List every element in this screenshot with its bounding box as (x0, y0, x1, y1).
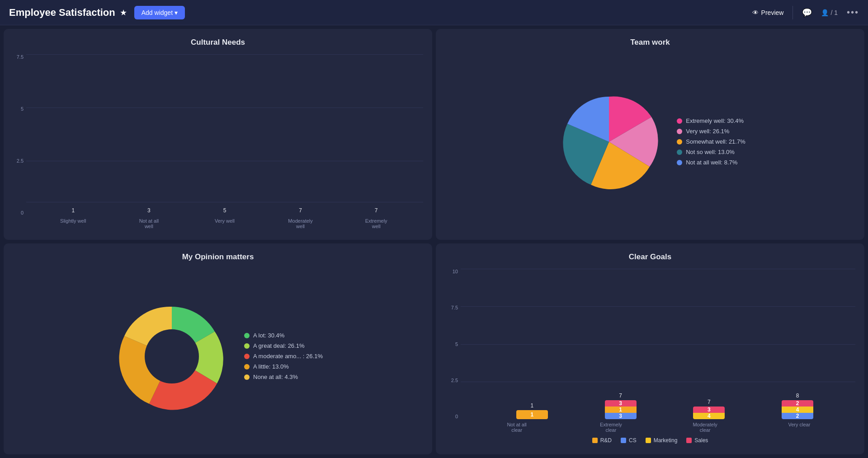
cg-x-not: Not at all clear (501, 420, 533, 433)
bar-moderately-clear: 7 4 3 (693, 399, 725, 419)
bar-value-5: 5 (223, 207, 226, 214)
donut-hole (145, 329, 199, 383)
bar-total-8: 8 (796, 393, 799, 399)
seg-mkt-vc: 4 (782, 407, 813, 413)
preview-label: Preview (761, 9, 784, 16)
seg-cs-ec: 3 (605, 413, 637, 419)
x-label-slightly: Slightly well (60, 216, 87, 229)
legend-dot-notatall (677, 160, 682, 165)
dashboard-grid: Cultural Needs 7.5 5 2.5 0 (0, 25, 868, 458)
bar-value-3: 3 (147, 207, 151, 214)
legend-label-none: None at all: 4.3% (253, 374, 298, 380)
team-work-widget: Team work E (436, 29, 864, 240)
chart-body: 1 3 5 7 (26, 54, 423, 229)
cg-chart-body: 1 1 7 3 1 3 (461, 269, 855, 433)
bar-total-1: 1 (531, 402, 534, 409)
cg-legend-dot-mkt (646, 438, 651, 443)
legend-great: A great deal: 26.1% (244, 342, 323, 349)
header-right: 👁 Preview 💬 👤 / 1 ••• (752, 6, 859, 19)
legend-notatall: Not at all well: 8.7% (677, 159, 745, 166)
clear-goals-legend: R&D CS Marketing Sales (445, 437, 855, 444)
team-work-pie (555, 88, 663, 196)
x-label-moderately: Moderately well (287, 216, 314, 229)
user-badge[interactable]: 👤 / 1 (821, 9, 838, 16)
preview-button[interactable]: 👁 Preview (752, 9, 784, 16)
app-container: Employee Satisfaction ★ Add widget ▾ 👁 P… (0, 0, 868, 458)
legend-label-little: A little: 13.0% (253, 363, 289, 370)
y-label-25: 2.5 (17, 158, 24, 164)
x-label-notatall: Not at all well (135, 216, 162, 229)
add-widget-button[interactable]: Add widget ▾ (134, 6, 185, 19)
cg-legend-label-rd: R&D (600, 437, 612, 444)
cg-legend-label-mkt: Marketing (654, 437, 678, 444)
cg-x-very: Very clear (783, 420, 815, 433)
bar-value-7b: 7 (375, 207, 378, 214)
bar-group-moderately: 7 (287, 207, 314, 215)
cg-legend-dot-rd (592, 438, 598, 443)
cultural-needs-title: Cultural Needs (13, 38, 423, 47)
eye-icon: 👁 (752, 9, 759, 16)
legend-extremely: Extremely well: 30.4% (677, 117, 745, 124)
stacked-bar-1: 1 (516, 410, 548, 419)
bar-value-1: 1 (71, 207, 75, 214)
opinion-donut (113, 298, 231, 415)
bar-very-clear: 8 2 4 2 (782, 393, 813, 419)
bar-group-verywell: 5 (211, 207, 238, 215)
user-icon: 👤 (821, 9, 829, 16)
legend-label-great: A great deal: 26.1% (253, 342, 304, 349)
opinion-title: My Opinion matters (13, 252, 423, 262)
y-label-75: 7.5 (17, 54, 24, 60)
seg-sales-ec: 3 (605, 400, 637, 407)
cultural-needs-widget: Cultural Needs 7.5 5 2.5 0 (4, 29, 432, 240)
star-icon[interactable]: ★ (120, 8, 127, 18)
bar-group-extremely: 7 (363, 207, 390, 215)
cg-legend-dot-cs (621, 438, 626, 443)
bar-total-7a: 7 (619, 393, 622, 399)
bar-total-7b: 7 (708, 399, 711, 405)
cg-legend-dot-sales (686, 438, 692, 443)
legend-label-extremely: Extremely well: 30.4% (686, 117, 744, 124)
seg-mkt-mc: 4 (693, 413, 725, 419)
legend-dot-very (677, 129, 682, 134)
cg-legend-label-cs: CS (629, 437, 637, 444)
opinion-widget: My Opinion matters (4, 243, 432, 454)
stacked-chart-area: 10 7.5 5 2.5 0 (445, 269, 855, 433)
cg-y-25: 2.5 (451, 378, 458, 383)
seg-cs-vc: 2 (782, 413, 813, 419)
legend-notso: Not so well: 13.0% (677, 149, 745, 155)
x-label-very: Very well (211, 216, 238, 229)
seg-sales-vc: 2 (782, 400, 813, 407)
bar-not-at-all-clear: 1 1 (516, 402, 548, 419)
cg-legend-sales: Sales (686, 437, 708, 444)
bar-group-notatall: 3 (135, 207, 162, 215)
legend-dot-alot (244, 333, 250, 338)
legend-dot-none (244, 374, 250, 380)
bars-row: 1 3 5 7 (26, 54, 423, 215)
legend-label-notatall: Not at all well: 8.7% (686, 159, 737, 166)
y-label-5: 5 (21, 106, 24, 112)
clear-goals-title: Clear Goals (445, 252, 855, 262)
opinion-chart: A lot: 30.4% A great deal: 26.1% A moder… (13, 269, 423, 444)
legend-label-moderate: A moderate amo... : 26.1% (253, 353, 323, 360)
legend-label-somewhat: Somewhat well: 21.7% (686, 138, 745, 145)
cg-legend-mkt: Marketing (646, 437, 678, 444)
more-button[interactable]: ••• (847, 7, 859, 18)
cg-x-mod: Moderately clear (689, 420, 721, 433)
legend-dot-great (244, 343, 250, 349)
legend-dot-somewhat (677, 139, 682, 145)
legend-label-notso: Not so well: 13.0% (686, 149, 735, 155)
cultural-needs-chart: 7.5 5 2.5 0 (13, 54, 423, 229)
team-work-chart: Extremely well: 30.4% Very well: 26.1% S… (445, 54, 855, 229)
cg-legend-label-sales: Sales (694, 437, 708, 444)
x-label-extremely: Extremely well (363, 216, 390, 229)
cg-y-5: 5 (455, 341, 458, 347)
legend-alot: A lot: 30.4% (244, 332, 323, 339)
legend-very: Very well: 26.1% (677, 128, 745, 135)
legend-moderate: A moderate amo... : 26.1% (244, 353, 323, 360)
legend-dot-moderate (244, 354, 250, 359)
chat-icon[interactable]: 💬 (802, 8, 812, 18)
cg-legend-rd: R&D (592, 437, 612, 444)
page-title: Employee Satisfaction (9, 7, 115, 19)
legend-dot-notso (677, 150, 682, 155)
y-axis: 7.5 5 2.5 0 (13, 54, 26, 229)
